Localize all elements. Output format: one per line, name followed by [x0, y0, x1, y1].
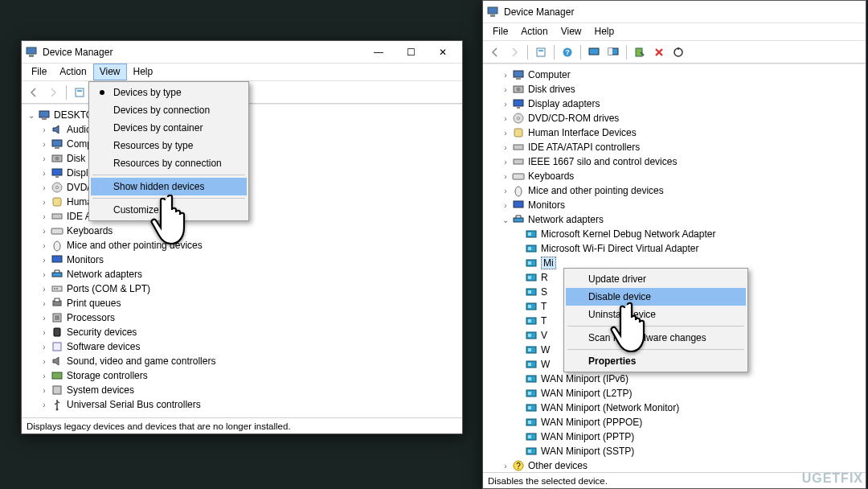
menu-action[interactable]: Action — [53, 64, 92, 80]
view-menu-item[interactable]: Resources by type — [91, 137, 247, 154]
view-menu-item[interactable]: Devices by type — [91, 84, 247, 101]
tree-item[interactable]: ›System devices — [23, 383, 461, 397]
properties-button[interactable] — [71, 84, 88, 101]
forward-button[interactable] — [506, 43, 523, 61]
tree-item[interactable]: ›Software devices — [23, 339, 461, 354]
tree-item[interactable]: ⌄Network adapters — [485, 212, 864, 227]
minimize-button[interactable]: — — [362, 42, 395, 63]
nic-icon — [525, 445, 538, 458]
ieee-icon — [512, 155, 525, 168]
tree-item[interactable]: ›DVD/CD-ROM drives — [485, 111, 864, 125]
tree-item[interactable]: ›Storage controllers — [23, 368, 461, 383]
monitor2-button[interactable] — [604, 43, 622, 61]
back-button[interactable] — [25, 84, 43, 101]
close-button[interactable]: ✕ — [427, 42, 459, 63]
svg-rect-23 — [52, 256, 62, 262]
svg-rect-9 — [39, 111, 49, 117]
forward-button[interactable] — [44, 84, 62, 101]
view-menu-item[interactable]: Devices by connection — [91, 101, 247, 119]
title-bar[interactable]: Device Manager — ☐ ✕ — [22, 41, 462, 64]
security-icon — [51, 326, 63, 339]
svg-rect-57 — [514, 145, 523, 150]
tree-item[interactable]: WAN Miniport (L2TP) — [485, 386, 864, 401]
disable-button[interactable] — [669, 43, 687, 61]
nic-icon — [525, 372, 538, 385]
dvd-icon — [51, 181, 63, 194]
tree-item[interactable]: Microsoft Kernel Debug Network Adapter — [485, 227, 864, 241]
svg-rect-37 — [488, 7, 497, 14]
menu-file[interactable]: File — [25, 64, 53, 80]
context-menu-item[interactable]: Disable device — [566, 288, 746, 306]
svg-rect-0 — [27, 47, 36, 54]
context-menu-item[interactable]: Uninstall device — [566, 306, 746, 323]
menu-view[interactable]: View — [93, 64, 127, 80]
tree-item[interactable]: ›Mice and other pointing devices — [485, 183, 864, 198]
view-menu-item[interactable]: Show hidden devices — [91, 178, 247, 195]
svg-rect-62 — [514, 218, 523, 222]
scan-hardware-button[interactable] — [631, 43, 649, 61]
svg-point-55 — [518, 117, 520, 120]
view-menu-item[interactable]: Customize... — [91, 201, 247, 219]
svg-rect-61 — [514, 201, 523, 208]
tree-item[interactable]: ›Security devices — [23, 325, 461, 339]
tree-item[interactable]: ›Network adapters — [23, 267, 461, 281]
tree-item[interactable]: ›Print queues — [23, 296, 461, 310]
nic-icon — [525, 271, 538, 284]
tree-item[interactable]: ›Human Interface Devices — [485, 125, 864, 140]
title-bar[interactable]: Device Manager — [483, 1, 866, 23]
view-menu-item[interactable]: Devices by container — [91, 119, 247, 137]
menu-file[interactable]: File — [486, 23, 514, 40]
uninstall-button[interactable] — [650, 43, 668, 61]
menu-help[interactable]: Help — [588, 23, 621, 40]
back-button[interactable] — [486, 43, 504, 61]
tree-item[interactable]: ›Ports (COM & LPT) — [23, 281, 461, 296]
context-menu-item[interactable]: Scan for hardware changes — [566, 329, 746, 347]
svg-rect-12 — [55, 147, 59, 149]
tree-item[interactable]: ›Processors — [23, 310, 461, 325]
network-icon — [512, 213, 525, 226]
view-dropdown-menu[interactable]: Devices by typeDevices by connectionDevi… — [88, 81, 249, 221]
monitor1-button[interactable] — [585, 43, 603, 61]
tree-item[interactable]: ›IEEE 1667 silo and control devices — [485, 154, 864, 169]
tree-item[interactable]: ›Keyboards — [23, 224, 461, 238]
maximize-button[interactable]: ☐ — [395, 42, 427, 63]
svg-rect-74 — [528, 305, 531, 308]
svg-rect-59 — [513, 174, 524, 179]
view-menu-item[interactable]: Resources by connection — [91, 154, 247, 172]
tree-item[interactable]: ›?Other devices — [485, 458, 864, 472]
sound-icon — [51, 355, 63, 368]
svg-rect-72 — [528, 290, 531, 294]
tree-item[interactable]: ›Keyboards — [485, 169, 864, 183]
tree-item[interactable]: WAN Miniport (IPv6) — [485, 372, 864, 386]
svg-rect-15 — [52, 169, 62, 175]
properties-button[interactable] — [532, 43, 550, 61]
tree-item[interactable]: ›Display adapters — [485, 97, 864, 111]
usb-icon — [51, 398, 63, 411]
tree-item[interactable]: WAN Miniport (PPTP) — [485, 429, 864, 444]
window-title: Device Manager — [504, 6, 862, 18]
tree-item[interactable]: ›Mice and other pointing devices — [23, 238, 461, 253]
tree-item[interactable]: ›Sound, video and game controllers — [23, 354, 461, 368]
tree-item[interactable]: ›IDE ATA/ATAPI controllers — [485, 140, 864, 154]
help-button[interactable]: ? — [559, 43, 576, 61]
tree-item[interactable]: ›Computer — [485, 68, 864, 82]
port-icon — [51, 282, 63, 295]
menu-view[interactable]: View — [555, 23, 588, 40]
tree-item[interactable]: Microsoft Wi-Fi Direct Virtual Adapter — [485, 241, 864, 256]
context-menu-item[interactable]: Properties — [566, 352, 746, 370]
svg-rect-76 — [528, 319, 531, 323]
menu-bar: FileActionViewHelp — [22, 64, 462, 81]
tree-item[interactable]: WAN Miniport (SSTP) — [485, 444, 864, 458]
tree-item[interactable]: WAN Miniport (PPPOE) — [485, 415, 864, 429]
nic-icon — [525, 358, 538, 371]
tree-item[interactable]: ›Universal Serial Bus controllers — [23, 397, 461, 412]
svg-rect-29 — [55, 298, 59, 302]
tree-item[interactable]: WAN Miniport (Network Monitor) — [485, 401, 864, 415]
context-menu-item[interactable]: Update driver — [566, 270, 746, 288]
tree-item[interactable]: ›Monitors — [23, 253, 461, 267]
device-context-menu[interactable]: Update driverDisable deviceUninstall dev… — [563, 268, 748, 372]
tree-item[interactable]: ›Disk drives — [485, 82, 864, 97]
menu-action[interactable]: Action — [514, 23, 554, 40]
menu-help[interactable]: Help — [127, 64, 160, 80]
tree-item[interactable]: ›Monitors — [485, 198, 864, 212]
